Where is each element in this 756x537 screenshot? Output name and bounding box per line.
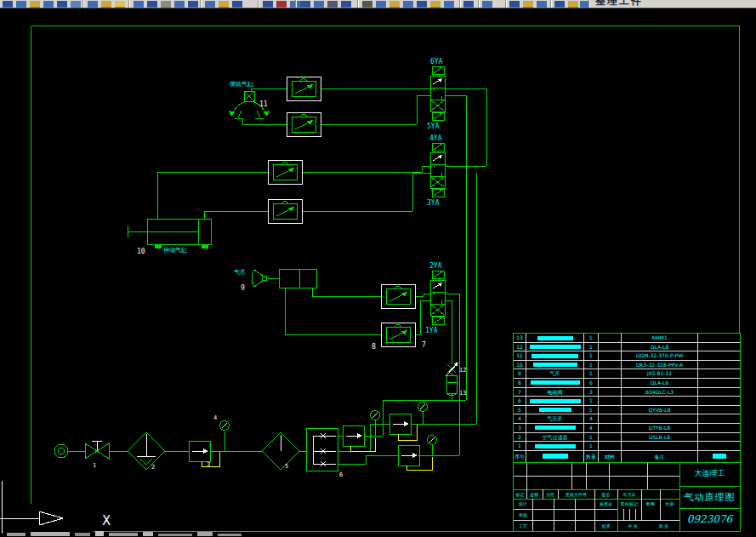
part-material [599,334,622,342]
pressure-gauge [418,403,428,412]
part-model: DTYB-L8 [622,424,698,432]
component-number: 1 [93,462,96,469]
branch-regulator-c [398,445,419,466]
scale-header: 比例 [660,501,679,506]
part-no: 11 [514,351,526,360]
parts-table-row: 51QYVB-L8 [514,406,740,415]
pressure-regulator [189,441,210,461]
part-qty: 1 [584,442,599,450]
component-number: 13 [459,390,466,397]
design-label: 设计 [514,501,532,506]
part-model: DGM-32-370-P-PW [622,351,698,360]
component-number: 2 [151,464,155,471]
part-no: 3 [514,424,526,432]
part-model: DSLB-L8 [622,433,698,442]
cad-application-window: 整理工件 [0,0,756,537]
part-model [622,414,698,423]
part-remark [698,361,740,369]
part-material [599,361,622,369]
parts-table-row: 4气压表4 [514,414,740,424]
part-name [526,397,584,405]
accumulator [446,375,457,396]
directional-valve-65 [430,66,445,120]
part-qty: 4 [584,424,599,432]
flow-control-valve [268,199,302,223]
status-fragment [31,532,70,536]
directional-valve-21 [430,271,445,324]
label-5ya: 5YA [427,123,440,130]
part-remark [698,397,740,405]
pressure-gauge [428,436,437,445]
status-fragment [158,534,192,536]
label-3ya: 3YA [427,199,440,207]
part-material [599,379,622,387]
component-number: 11 [259,100,268,108]
status-fragment [109,533,138,536]
parts-table-row: 2空气过滤器1DSLB-L8 [514,433,740,443]
part-material [599,406,622,414]
component-number: 3 [207,461,210,468]
part-no: 13 [514,334,526,342]
parts-table-row: 86QLA-L6 [514,379,740,388]
part-remark [698,334,740,342]
standardization-label: 标准化 [594,501,617,506]
header-remark: 备注 [622,451,698,462]
part-name [526,343,584,351]
part-model [622,397,698,405]
rev-col-label: 处数 [526,492,543,497]
part-name [526,424,584,432]
parts-table-row: 131AWM1 [514,334,740,343]
org-name: 大连理工 [680,468,739,479]
label-4ya: 4YA [429,134,442,142]
drawing-number: 0923076 [680,513,739,525]
part-no: 7 [514,388,526,397]
shutoff-valve [85,441,109,459]
parts-table-row: 9气爪1JXS 81-11 [514,369,740,379]
lubricator [262,432,299,470]
status-fragment [143,532,153,536]
label-1ya: 1YA [425,327,438,334]
status-fragment [75,533,90,536]
label-2ya: 2YA [429,262,442,270]
title-block: 大连理工 气动原理图 0923076 标记 处数 分区 更改文件号 签名 年月日 [513,463,741,532]
status-fragment [95,531,104,536]
air-filter [128,432,165,470]
part-remark [698,442,740,450]
part-material [599,388,622,397]
rev-col-label: 标记 [514,492,526,497]
part-material [599,433,622,442]
part-no: 2 [514,433,526,442]
component-number: 6 [339,471,343,478]
parts-table-row: 7电磁阀3B34DLC-L3 [514,388,740,397]
rev-col-label: 分区 [543,492,558,497]
part-model: B34DLC-L3 [622,388,698,397]
ucs-x-label: X [102,513,111,528]
drawing-title: 气动原理图 [680,491,739,504]
part-material [599,424,622,432]
part-name: 电磁阀 [526,388,584,397]
part-no: 4 [514,414,526,423]
parts-table-row: 61 [514,397,740,406]
part-material [599,369,622,378]
part-no: 1 [514,442,526,450]
label-6ya: 6YA [430,58,443,66]
part-model: DK3-32-328-PPV-A [622,361,698,369]
part-qty: 4 [584,414,599,423]
part-qty: 1 [584,351,599,360]
branch-regulator-b [389,414,411,434]
branch-regulator-a [343,426,364,446]
part-model: JXS 81-11 [622,369,698,378]
part-name [526,334,584,342]
rev-col-label: 更改文件号 [558,492,594,497]
stage-header: 阶段标记 [617,501,641,506]
part-remark [698,343,740,351]
part-qty: 3 [584,388,599,397]
parts-table-row: 11 [514,442,740,451]
part-name: 空气过滤器 [526,433,584,442]
air-gripper [252,269,316,288]
part-material [599,343,622,351]
parts-table-row: 34DTYB-L8 [514,424,740,433]
part-qty: 1 [584,343,599,351]
pressure-gauge [371,411,380,420]
qty-header: 数量 [641,501,660,506]
